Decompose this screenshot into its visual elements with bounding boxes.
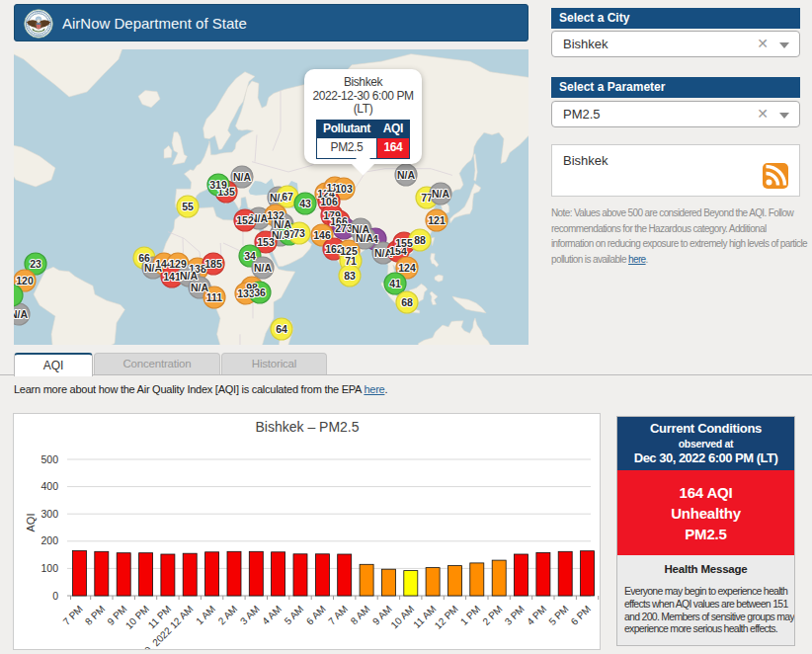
- svg-text:N/A: N/A: [254, 262, 273, 274]
- svg-text:121: 121: [428, 214, 446, 226]
- svg-text:36: 36: [254, 286, 266, 298]
- svg-text:73: 73: [293, 227, 305, 239]
- svg-text:88: 88: [414, 234, 426, 246]
- svg-text:34: 34: [244, 250, 256, 262]
- svg-text:N/A: N/A: [14, 308, 28, 320]
- svg-text:N/A: N/A: [180, 270, 199, 282]
- svg-text:200: 200: [41, 534, 58, 546]
- svg-text:83: 83: [344, 270, 356, 282]
- svg-text:N/A: N/A: [432, 188, 450, 200]
- svg-text:Bishkek – PM2.5: Bishkek – PM2.5: [255, 419, 359, 435]
- svg-text:7 AM: 7 AM: [326, 604, 350, 627]
- svg-text:68: 68: [401, 296, 413, 308]
- svg-text:7 PM: 7 PM: [61, 604, 85, 627]
- svg-text:100: 100: [41, 562, 58, 574]
- svg-text:55: 55: [182, 201, 194, 212]
- svg-text:141: 141: [163, 271, 181, 283]
- svg-text:N/A: N/A: [233, 171, 252, 183]
- svg-text:23: 23: [30, 258, 41, 270]
- svg-text:1 AM: 1 AM: [194, 604, 217, 627]
- svg-text:133: 133: [237, 287, 255, 299]
- svg-text:12 PM: 12 PM: [433, 604, 460, 631]
- svg-text:AQI: AQI: [25, 514, 37, 532]
- svg-text:5 AM: 5 AM: [283, 604, 306, 627]
- svg-text:124: 124: [398, 262, 416, 274]
- svg-text:8 AM: 8 AM: [349, 604, 372, 627]
- svg-text:6 PM: 6 PM: [569, 604, 593, 627]
- svg-text:185: 185: [204, 258, 222, 270]
- svg-text:106: 106: [320, 196, 338, 207]
- svg-text:400: 400: [41, 480, 58, 492]
- svg-text:8 PM: 8 PM: [83, 604, 107, 627]
- svg-text:153: 153: [257, 236, 275, 248]
- svg-text:111: 111: [206, 291, 223, 303]
- svg-text:4 PM: 4 PM: [525, 604, 548, 627]
- svg-text:41: 41: [389, 278, 401, 289]
- svg-text:2 AM: 2 AM: [216, 604, 240, 627]
- svg-text:4 AM: 4 AM: [260, 604, 284, 627]
- svg-text:1 PM: 1 PM: [458, 604, 482, 627]
- svg-text:6 AM: 6 AM: [304, 604, 328, 627]
- svg-text:120: 120: [16, 275, 34, 286]
- svg-text:0: 0: [52, 590, 58, 602]
- svg-text:N/A: N/A: [397, 169, 416, 181]
- svg-text:3 PM: 3 PM: [503, 604, 527, 627]
- svg-text:10 AM: 10 AM: [388, 604, 416, 631]
- svg-text:71: 71: [345, 255, 357, 267]
- svg-text:67: 67: [282, 191, 293, 203]
- svg-text:103: 103: [335, 183, 353, 195]
- svg-text:319: 319: [209, 179, 227, 191]
- svg-text:5 PM: 5 PM: [546, 604, 570, 627]
- svg-text:300: 300: [41, 508, 58, 520]
- svg-text:500: 500: [41, 453, 58, 465]
- svg-text:43: 43: [299, 198, 311, 209]
- svg-text:10 PM: 10 PM: [123, 604, 151, 631]
- svg-text:155: 155: [395, 237, 413, 249]
- svg-text:3 AM: 3 AM: [238, 604, 262, 627]
- svg-text:273: 273: [335, 222, 353, 234]
- svg-text:129: 129: [169, 258, 187, 270]
- svg-text:2 PM: 2 PM: [480, 604, 504, 627]
- svg-text:152: 152: [236, 214, 254, 226]
- svg-text:N/A: N/A: [356, 232, 374, 244]
- svg-text:64: 64: [276, 323, 287, 335]
- svg-text:146: 146: [313, 229, 331, 241]
